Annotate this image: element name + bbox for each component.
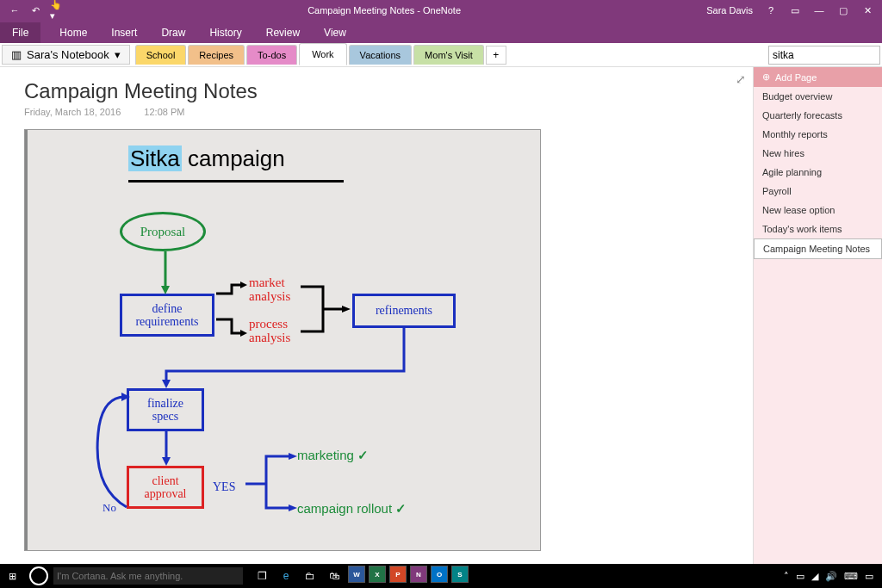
explorer-icon[interactable]: 🗀 <box>300 566 320 586</box>
svg-marker-10 <box>289 504 297 511</box>
wb-refine: refinements <box>352 294 456 328</box>
excel-icon[interactable]: X <box>369 566 386 583</box>
ribbon-tab-review[interactable]: Review <box>254 22 312 43</box>
wb-underline <box>128 180 344 183</box>
page-time: 12:08 PM <box>144 107 184 117</box>
ribbon-tab-home[interactable]: Home <box>47 22 99 43</box>
wb-client: client approval <box>127 466 204 509</box>
chevron-down-icon: ▾ <box>115 48 121 61</box>
cortana-search-input[interactable] <box>53 567 243 585</box>
add-page-label: Add Page <box>775 72 817 83</box>
svg-marker-4 <box>342 306 351 313</box>
wb-market: market analysis <box>249 276 290 304</box>
user-name[interactable]: Sara Davis <box>706 5 753 15</box>
fullscreen-icon[interactable]: ⤢ <box>736 72 746 86</box>
add-page-button[interactable]: ⊕ Add Page <box>754 67 882 87</box>
page-title[interactable]: Campaign Meeting Notes <box>24 79 729 103</box>
wb-proposal: Proposal <box>120 212 206 251</box>
notebook-name: Sara's Notebook <box>27 48 109 61</box>
section-tab-recipes[interactable]: Recipes <box>188 45 245 65</box>
page-item[interactable]: Quarterly forecasts <box>754 106 882 125</box>
outlook-icon[interactable]: O <box>431 566 448 583</box>
search-input[interactable] <box>768 46 880 65</box>
svg-marker-1 <box>161 286 170 294</box>
action-center-icon[interactable]: ▭ <box>865 571 873 582</box>
battery-icon[interactable]: ▭ <box>796 571 804 582</box>
wb-title-rest: campaign <box>182 145 285 171</box>
plus-icon: ⊕ <box>762 71 770 83</box>
file-tab[interactable]: File <box>0 22 40 43</box>
windows-taskbar: ⊞ ❐ e 🗀 🛍 W X P N O S ˄ ▭ ◢ 🔊 ⌨ ▭ <box>0 564 882 588</box>
title-bar: ← ↶ 👆▾ Campaign Meeting Notes - OneNote … <box>0 0 882 21</box>
tray-up-icon[interactable]: ˄ <box>784 571 789 582</box>
page-list-sidebar: ⊕ Add Page Budget overview Quarterly for… <box>753 67 882 588</box>
help-icon[interactable]: ? <box>765 4 777 16</box>
section-tab-moms[interactable]: Mom's Visit <box>413 45 484 65</box>
section-tab-school[interactable]: School <box>135 45 187 65</box>
edge-icon[interactable]: e <box>276 566 296 586</box>
undo-icon[interactable]: ↶ <box>29 4 41 16</box>
notebook-icon: ▥ <box>11 48 22 61</box>
page-item[interactable]: Payroll <box>754 182 882 201</box>
keyboard-icon[interactable]: ⌨ <box>844 571 858 582</box>
window-title: Campaign Meeting Notes - OneNote <box>71 5 698 15</box>
svg-marker-7 <box>162 457 171 466</box>
svg-marker-9 <box>289 453 297 460</box>
sharepoint-icon[interactable]: S <box>451 566 469 583</box>
page-item[interactable]: Today's work items <box>754 220 882 238</box>
page-canvas[interactable]: ⤢ Campaign Meeting Notes Friday, March 1… <box>0 67 753 588</box>
system-tray: ˄ ▭ ◢ 🔊 ⌨ ▭ <box>784 571 882 582</box>
section-tab-vacations[interactable]: Vacations <box>349 45 413 65</box>
wb-marketing: marketing ✓ <box>297 449 369 463</box>
wb-title: Sitka campaign <box>128 145 285 172</box>
page-item[interactable]: New hires <box>754 144 882 163</box>
wb-title-highlight: Sitka <box>128 145 182 171</box>
notebook-bar: ▥ Sara's Notebook ▾ School Recipes To-do… <box>0 43 882 67</box>
svg-marker-5 <box>162 380 171 388</box>
volume-icon[interactable]: 🔊 <box>825 571 837 582</box>
cortana-icon[interactable] <box>29 566 48 585</box>
task-view-icon[interactable]: ❐ <box>252 566 272 586</box>
search-box[interactable] <box>768 46 880 65</box>
wifi-icon[interactable]: ◢ <box>811 571 818 582</box>
ribbon-tabs: File Home Insert Draw History Review Vie… <box>0 21 882 43</box>
wb-finalize: finalize specs <box>127 388 204 431</box>
ribbon-options-icon[interactable]: ▭ <box>789 4 801 16</box>
ribbon-tab-view[interactable]: View <box>312 22 358 43</box>
section-tab-todos[interactable]: To-dos <box>246 45 297 65</box>
page-item[interactable]: Budget overview <box>754 87 882 106</box>
page-item-selected[interactable]: Campaign Meeting Notes <box>754 238 882 259</box>
ribbon-tab-draw[interactable]: Draw <box>149 22 197 43</box>
page-date: Friday, March 18, 2016 <box>24 107 121 117</box>
section-tab-work[interactable]: Work <box>299 43 346 65</box>
onenote-icon[interactable]: N <box>410 566 427 583</box>
page-item[interactable]: New lease option <box>754 201 882 220</box>
word-icon[interactable]: W <box>348 566 365 583</box>
page-item[interactable]: Monthly reports <box>754 125 882 144</box>
svg-marker-8 <box>121 393 130 401</box>
close-icon[interactable]: ✕ <box>861 4 873 16</box>
touch-mode-icon[interactable]: 👆▾ <box>50 4 62 16</box>
store-icon[interactable]: 🛍 <box>324 566 345 586</box>
main-area: ⤢ Campaign Meeting Notes Friday, March 1… <box>0 67 882 588</box>
add-section-button[interactable]: + <box>486 46 506 65</box>
start-button[interactable]: ⊞ <box>0 564 24 588</box>
maximize-icon[interactable]: ▢ <box>837 4 849 16</box>
page-item[interactable]: Agile planning <box>754 163 882 182</box>
svg-marker-2 <box>240 282 247 288</box>
minimize-icon[interactable]: — <box>813 4 825 16</box>
powerpoint-icon[interactable]: P <box>389 566 407 583</box>
page-meta: Friday, March 18, 2016 12:08 PM <box>24 107 729 117</box>
nav-arrow-icon[interactable]: ← <box>9 4 21 16</box>
ribbon-tab-history[interactable]: History <box>197 22 253 43</box>
whiteboard-image[interactable]: Sitka campaign Proposal define requireme… <box>24 129 541 551</box>
wb-yes: YES <box>213 481 235 494</box>
notebook-selector[interactable]: ▥ Sara's Notebook ▾ <box>2 45 130 65</box>
wb-rollout: campaign rollout ✓ <box>297 502 407 517</box>
ribbon-tab-insert[interactable]: Insert <box>99 22 149 43</box>
